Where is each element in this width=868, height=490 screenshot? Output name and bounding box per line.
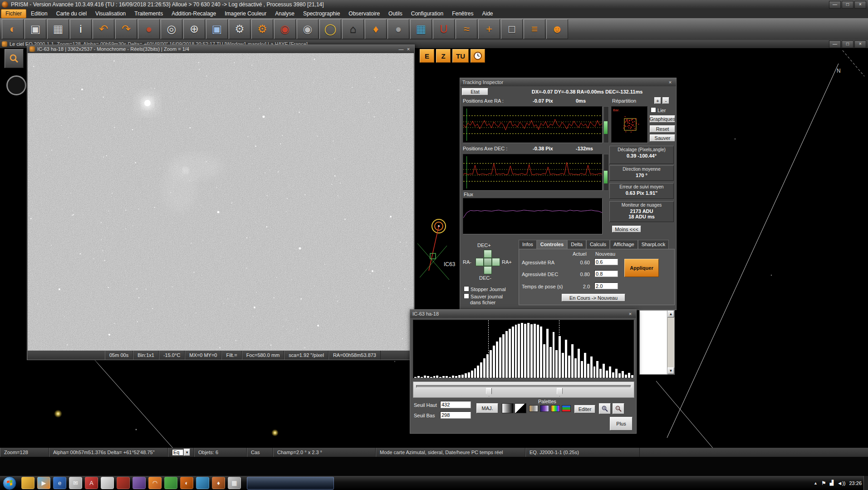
lier-checkbox-row[interactable]: Lier: [651, 107, 666, 113]
repartition-plus-button[interactable]: +: [654, 97, 661, 104]
menu-visualisation[interactable]: Visualisation: [91, 10, 130, 18]
control-nouveau-input-2[interactable]: [594, 282, 618, 289]
chevron-down-icon[interactable]: ▼: [184, 449, 190, 456]
menu-spectrographie[interactable]: Spectrographie: [299, 10, 344, 18]
menu-imagerie-couleur[interactable]: Imagerie Couleur: [221, 10, 270, 18]
bw-gradient-icon[interactable]: [502, 403, 514, 413]
histogram-high-cursor[interactable]: [559, 320, 559, 378]
filter-wheel-icon[interactable]: ◯: [319, 19, 341, 39]
high-threshold-handle[interactable]: [557, 388, 563, 396]
tab-controles[interactable]: Controles: [537, 240, 567, 249]
camera-gray-icon[interactable]: ◉: [297, 19, 319, 39]
grid-window-icon[interactable]: ▦: [47, 19, 69, 39]
moins-button[interactable]: Moins <<<: [612, 226, 641, 233]
etat-tab[interactable]: Etat: [462, 88, 488, 95]
sky-magnifier-button[interactable]: [5, 49, 24, 68]
screen-capture-icon[interactable]: ▣: [206, 19, 228, 39]
histogram-low-cursor[interactable]: [488, 320, 489, 378]
menu-fichier[interactable]: Fichier: [1, 9, 26, 18]
zoom-in-histogram-button[interactable]: [599, 403, 611, 414]
cable-icon[interactable]: ≈: [456, 19, 477, 39]
taskbar-prism-icon[interactable]: ◐: [180, 477, 193, 489]
taskbar-photos-icon[interactable]: [132, 477, 146, 489]
image-minimize-button[interactable]: —: [397, 46, 405, 52]
list-scrollbar[interactable]: ▲ ▼: [667, 311, 674, 374]
magnifier-icon[interactable]: ◎: [161, 19, 182, 39]
editer-button[interactable]: Editer: [574, 405, 595, 413]
image-close-button[interactable]: ×: [405, 46, 412, 52]
pad-left-button[interactable]: [476, 258, 484, 266]
taskbar-pdf2-icon[interactable]: [117, 477, 130, 489]
pad-up-button[interactable]: [484, 250, 492, 258]
stopper-journal-checkbox[interactable]: [464, 286, 469, 292]
save-icon[interactable]: ▣: [25, 19, 46, 39]
taskbar-prism2-icon[interactable]: ♦: [212, 477, 225, 489]
tracking-close-button[interactable]: ×: [667, 79, 674, 85]
dec-graph-slider[interactable]: [603, 154, 609, 191]
taskbar-mail-icon[interactable]: ✉: [69, 477, 82, 489]
palette-purple-icon[interactable]: [540, 405, 549, 412]
flame-icon[interactable]: ♦: [365, 19, 387, 39]
tab-infos[interactable]: Infos: [519, 240, 537, 249]
active-task-button[interactable]: [247, 477, 334, 490]
sauver-button[interactable]: Sauver: [650, 134, 675, 142]
menu-observatoire[interactable]: Observatoire: [344, 10, 384, 18]
redo-icon[interactable]: ↷: [115, 19, 137, 39]
camera-red-icon[interactable]: ◉: [274, 19, 296, 39]
ra-graph-slider[interactable]: [603, 106, 609, 143]
panel-icon[interactable]: ≡: [524, 19, 545, 39]
appliquer-button[interactable]: Appliquer: [624, 259, 659, 277]
pad-right-button[interactable]: [492, 258, 500, 266]
tray-expand-icon[interactable]: ▲: [814, 481, 818, 485]
sky-reticle-button[interactable]: [6, 75, 26, 95]
seuil-haut-input[interactable]: [440, 401, 471, 408]
gears-orange-icon[interactable]: ⚙: [251, 19, 273, 39]
info-icon[interactable]: i: [70, 19, 92, 39]
app-minimize-button[interactable]: —: [829, 1, 841, 9]
control-nouveau-input-0[interactable]: [594, 258, 618, 265]
image-window-titlebar[interactable]: IC-63 ha-18 | 3362x2537 - Monochrome - R…: [27, 45, 414, 53]
app-close-button[interactable]: ×: [854, 1, 866, 9]
image-canvas[interactable]: [28, 53, 414, 351]
tray-volume-icon[interactable]: ◄)): [837, 480, 845, 486]
pad-center-button[interactable]: [484, 258, 492, 266]
sauver-journal-row[interactable]: Sauver journal: [464, 293, 503, 299]
pad-down-button[interactable]: [484, 266, 492, 274]
reset-button[interactable]: Reset: [650, 125, 675, 133]
sphere-gray-icon[interactable]: ●: [387, 19, 409, 39]
menu-configuration[interactable]: Configuration: [407, 10, 447, 18]
start-button[interactable]: [3, 476, 16, 490]
palette-flag-icon[interactable]: [562, 405, 571, 412]
control-nouveau-input-1[interactable]: [594, 270, 618, 277]
low-threshold-handle[interactable]: [486, 388, 492, 396]
tracking-titlebar[interactable]: Tracking Inspector ×: [460, 78, 676, 86]
menu-aide[interactable]: Aide: [478, 10, 497, 18]
statusbar-segment-2[interactable]: Eq▼: [168, 448, 194, 457]
calib-palette-icon[interactable]: ▦: [410, 19, 432, 39]
seuil-bas-input[interactable]: [440, 411, 471, 419]
quick-button-e[interactable]: E: [420, 49, 434, 63]
wrench-icon[interactable]: +: [478, 19, 500, 39]
taskbar-pdf-icon[interactable]: A: [85, 477, 98, 489]
monitor-icon[interactable]: □: [501, 19, 523, 39]
contrast-icon[interactable]: [515, 403, 526, 413]
tab-affichage[interactable]: Affichage: [610, 240, 638, 249]
histogram-titlebar[interactable]: IC-63 ha-18 ×: [410, 310, 636, 318]
show-desktop-button[interactable]: [863, 476, 868, 490]
undo-icon[interactable]: ↶: [93, 19, 114, 39]
encours-nouveau-button[interactable]: En Cours -> Nouveau: [562, 294, 625, 302]
tab-sharplock[interactable]: SharpLock: [638, 240, 669, 249]
menu-traitements[interactable]: Traitements: [130, 10, 167, 18]
user-head-icon[interactable]: ☻: [546, 19, 568, 39]
histogram-close-button[interactable]: ×: [627, 311, 634, 317]
sky-minimize-button[interactable]: —: [829, 40, 841, 48]
taskbar-blue-app-icon[interactable]: [196, 477, 209, 489]
taskbar-browser-icon[interactable]: e: [53, 477, 66, 489]
tray-network-icon[interactable]: ▟: [830, 480, 834, 486]
taskbar-explorer-icon[interactable]: [21, 477, 34, 489]
sky-maximize-button[interactable]: □: [842, 40, 853, 48]
tab-delta[interactable]: Delta: [567, 240, 586, 249]
red-sphere-icon[interactable]: ●: [138, 19, 160, 39]
taskbar-grid-app-icon[interactable]: ▦: [228, 477, 241, 489]
plus-button[interactable]: Plus: [610, 417, 633, 431]
